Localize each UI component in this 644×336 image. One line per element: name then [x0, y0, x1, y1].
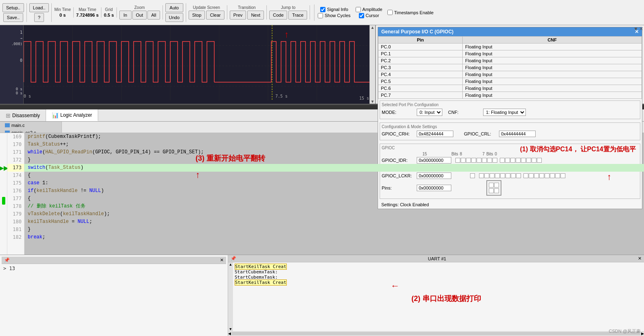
transition-buttons: Prev Next [230, 11, 264, 20]
line-num-174: 174 [7, 172, 24, 179]
uart-text-content[interactable]: StartKeilTask CreatStartCubemxTask:Start… [233, 262, 644, 331]
jump-to-group: Jump to Code Trace [269, 5, 310, 20]
show-cycles-label: Show Cycles [325, 13, 351, 18]
tab-disassembly[interactable]: ⊞ Disassembly [0, 109, 46, 121]
gpio-pin-row[interactable]: PC.7Floating Input [378, 92, 642, 99]
close-panel-icon[interactable]: ✕ [639, 26, 643, 32]
update-screen-buttons: Stop Clear [189, 11, 224, 20]
timestamps-checkbox[interactable] [387, 10, 393, 15]
line-num-178: 178 [7, 203, 24, 210]
pin-name: PC.7 [378, 92, 463, 99]
waveform-area[interactable]: 7.5 s 0 s ↑ [24, 25, 375, 104]
marker-empty-3 [0, 148, 7, 156]
breakpoint-1 [2, 197, 5, 205]
mode-label: MODE: [382, 110, 414, 115]
cursor-checkbox[interactable] [359, 13, 364, 18]
load-button[interactable]: Load.. [29, 3, 49, 12]
clear-button[interactable]: Clear [206, 11, 224, 20]
amplitude-check[interactable]: Amplitude [356, 7, 382, 12]
min-time-label: Min Time [54, 7, 71, 12]
close-left-icon[interactable]: ✕ [220, 257, 224, 263]
gpio-pin-row[interactable]: PC.4Floating Input [378, 71, 642, 78]
main-toolbar: Setup.. Save.. Load.. ? Min Time 0 s Max… [0, 0, 644, 25]
uart-h-scrollbar[interactable]: ◀ ▶ [228, 331, 644, 336]
timestamps-check[interactable]: Timestamps Enable [387, 10, 434, 15]
zoom-in-button[interactable]: In [119, 11, 132, 20]
code-line-171: while(HAL_GPIO_ReadPin(GPIOC, GPIO_PIN_1… [24, 148, 644, 156]
file-tab-main_c[interactable]: main.c [0, 122, 62, 129]
gpio-table-container[interactable]: Pin CNF PC.0Floating InputPC.1Floating I… [378, 36, 642, 99]
gpio-pin-row[interactable]: PC.1Floating Input [378, 50, 642, 57]
gpio-pin-row[interactable]: PC.0Floating Input [378, 44, 642, 50]
zoom-group: Zoom In Out All [119, 5, 163, 20]
uart-highlighted-text: StartKeilTask Creat [235, 264, 287, 270]
uart-scroll-right[interactable]: ▶ [641, 332, 644, 336]
amplitude-checkbox[interactable] [356, 7, 361, 12]
status-markers: ▶▶ [0, 133, 7, 255]
gpio-pin-row[interactable]: PC.3Floating Input [378, 64, 642, 71]
zoom-auto-button[interactable]: Auto [165, 3, 183, 12]
stop-button[interactable]: Stop [189, 11, 205, 20]
jump-trace-button[interactable]: Trace [288, 11, 307, 20]
amplitude-options-group: Amplitude Cursor [356, 7, 385, 18]
line-numbers: 1691701711721731741751761771781791801811… [7, 133, 24, 255]
uart-scroll-up[interactable]: ▲ [229, 262, 233, 266]
cursor-check[interactable]: Cursor [359, 13, 379, 18]
uart-header: 📌 UART #1 ✕ [228, 255, 644, 262]
file-tab-name: main.c [11, 123, 24, 128]
tab-logic-analyzer[interactable]: 📊 Logic Analyzer [46, 109, 98, 121]
line-num-180: 180 [7, 218, 24, 226]
pin-icon: 📌 [4, 257, 10, 263]
time-start: 0 s [0, 87, 22, 91]
show-cycles-check[interactable]: Show Cycles [318, 13, 351, 18]
gpio-pin-row[interactable]: PC.2Floating Input [378, 57, 642, 64]
uart-scrollbar[interactable]: ▲ ▼ [228, 262, 233, 331]
mode-select[interactable]: 0: Input [417, 109, 442, 116]
signal-info-checkbox[interactable] [320, 7, 325, 12]
waveform-scrollbar[interactable]: ▲ ▼ [369, 25, 375, 104]
line-num-171: 171 [7, 148, 24, 156]
col-pin: Pin [378, 37, 463, 44]
code-line-178: // 删除 keilTask 任务 [24, 203, 644, 210]
code-content[interactable]: printf(CubemxTaskPrintf); Task_Status++;… [24, 133, 644, 255]
zoom-all-button[interactable]: All [147, 11, 160, 20]
zoom-undo-button[interactable]: Undo [165, 13, 183, 22]
config-mode-label: Configuration & Mode Settings [382, 124, 638, 129]
close-uart-icon[interactable]: ✕ [638, 256, 642, 261]
jump-buttons: Code Trace [269, 11, 307, 20]
mode-row: MODE: 0: Input CNF: 1: Floating Input [382, 109, 638, 116]
scroll-down-icon2[interactable]: ▼ [371, 99, 375, 104]
show-cycles-checkbox[interactable] [318, 13, 323, 18]
help-button[interactable]: ? [34, 13, 44, 22]
scroll-up-icon[interactable]: ▲ [371, 25, 375, 30]
zoom-out-button[interactable]: Out [132, 11, 147, 20]
y-label-0: 0 [0, 58, 22, 63]
scroll-down-icon[interactable]: ▼ [633, 26, 638, 32]
uart-scroll-down[interactable]: ▼ [229, 327, 233, 331]
setup-button[interactable]: Setup.. [2, 3, 24, 12]
signal-info-check[interactable]: Signal Info [320, 7, 348, 12]
grid-group: Grid 0.5 s [104, 7, 116, 17]
marker-empty-7 [0, 179, 7, 187]
timestamps-group: Timestamps Enable [387, 10, 436, 15]
line-num-175: 175 [7, 179, 24, 187]
file-tabs-list: main.ccmsis_os2.cfreertos.cstm32f1xx_hal… [0, 122, 62, 133]
cnf-select[interactable]: 1: Floating Input [483, 109, 526, 116]
file-tab-cmsis_os2_c[interactable]: cmsis_os2.c [0, 129, 62, 133]
prev-button[interactable]: Prev [230, 11, 246, 20]
save-button[interactable]: Save.. [3, 13, 23, 22]
jump-code-button[interactable]: Code [269, 11, 287, 20]
gpio-title: General Purpose I/O C (GPIOC) [381, 29, 453, 35]
gpio-pin-row[interactable]: PC.5Floating Input [378, 78, 642, 85]
selected-port-section: Selected Port Pin Configuration MODE: 0:… [380, 100, 640, 119]
gpio-pin-row[interactable]: PC.6Floating Input [378, 85, 642, 92]
code-line-177: { [24, 195, 644, 203]
pin-name: PC.4 [378, 71, 463, 78]
next-button[interactable]: Next [247, 11, 264, 20]
uart-scroll-left[interactable]: ◀ [228, 332, 231, 336]
pin-name: PC.6 [378, 85, 463, 92]
console-value: > 13 [3, 266, 15, 271]
uart-line-3: StartKeilTask Creat [235, 280, 642, 285]
code-line-170: Task_Status++; [24, 141, 644, 148]
signal-info-label: Signal Info [327, 7, 348, 12]
